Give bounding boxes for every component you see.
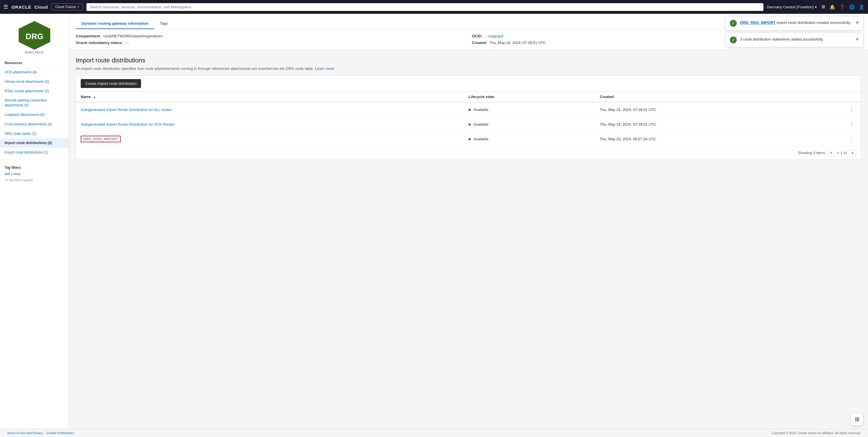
row-2-status-dot <box>468 123 471 126</box>
column-header-created: Created <box>595 92 842 102</box>
user-avatar[interactable]: 👤 <box>859 4 865 10</box>
content-area: Import route distributions An import rou… <box>69 50 868 167</box>
created-label: Created: <box>472 40 487 45</box>
globe-icon[interactable]: 🌐 <box>849 4 855 10</box>
row-3-status-cell: Available <box>464 132 595 146</box>
row-1-created-cell: Thu, May 16, 2024, 07:29:01 UTC <box>595 102 842 117</box>
name-sort-icon: ▲ <box>93 95 96 98</box>
top-navigation: ☰ ORACLE Cloud Cloud Classic > Germany C… <box>0 0 868 14</box>
row-1-name-cell: Autogenerated Import Route Distribution … <box>76 102 464 117</box>
main-layout: DRG AVAILABLE Resources VCN attachments … <box>0 14 868 437</box>
sidebar-divider <box>0 159 69 160</box>
import-distributions-table: Name ▲ Lifecycle state Created Autogener… <box>76 92 861 146</box>
sidebar-tag-actions: add | clear <box>0 171 69 177</box>
row-1-status-label: Available <box>473 108 489 112</box>
row-1-name-link[interactable]: Autogenerated Import Route Distribution … <box>81 108 172 112</box>
table-body: Autogenerated Import Route Distribution … <box>76 102 861 146</box>
terms-link[interactable]: Terms of Use and Privacy <box>7 431 43 435</box>
cloud-classic-button[interactable]: Cloud Classic > <box>52 3 83 10</box>
table-toolbar: Create import route distribution <box>76 76 861 92</box>
import-distributions-table-card: Create import route distribution Name ▲ … <box>76 75 861 159</box>
toast-message-2: 3 route distribution statements added su… <box>740 36 852 42</box>
sidebar-item-cross-tenancy-attachments[interactable]: Cross-tenancy attachments (0) <box>0 120 69 129</box>
region-selector[interactable]: Germany Central (Frankfurt) ▾ <box>767 5 817 9</box>
table-row: Autogenerated Import Route Distribution … <box>76 102 861 117</box>
toast-success-icon-2: ✓ <box>730 36 737 43</box>
footer-copyright: Copyright © 2024, Oracle and/or its affi… <box>772 431 861 435</box>
sidebar-item-drg-route-tables[interactable]: DRG route tables (2) <box>0 129 69 139</box>
table-header: Name ▲ Lifecycle state Created <box>76 92 861 102</box>
row-3-status-label: Available <box>473 137 489 141</box>
cookie-preferences-link[interactable]: Cookie Preferences <box>46 431 74 435</box>
drg-rdg-import-link[interactable]: DRG_RDG_IMPORT <box>740 21 776 25</box>
footer-links: Terms of Use and Privacy Cookie Preferen… <box>7 431 74 435</box>
row-3-status-dot <box>468 138 471 140</box>
toast-2: ✓ 3 route distribution statements added … <box>725 33 863 47</box>
column-header-actions <box>842 92 861 102</box>
pagination-prev-button[interactable]: < <box>828 149 835 156</box>
tag-add-link[interactable]: add <box>5 172 10 176</box>
row-2-actions-cell: ⋮ <box>842 117 861 132</box>
help-widget[interactable]: ⊞ <box>851 413 863 426</box>
row-2-status-cell: Available <box>464 117 595 132</box>
sidebar-item-export-route-distributions[interactable]: Export route distributions (1) <box>0 148 69 157</box>
sidebar-item-import-route-distributions[interactable]: Import route distributions (3) <box>0 138 69 148</box>
row-3-actions-cell: ⋮ <box>842 132 861 146</box>
toast-success-icon-1: ✓ <box>730 20 737 27</box>
row-3-menu-button[interactable]: ⋮ <box>846 135 856 143</box>
toast-close-button-2[interactable]: ✕ <box>855 36 859 42</box>
showing-items-label: Showing 3 items <box>798 151 825 155</box>
row-3-name-link[interactable]: DRG_RDG_IMPORT <box>81 136 121 142</box>
redundancy-row: Oracle redundancy status: — <box>76 40 465 45</box>
sidebar-item-remote-peering-attachments[interactable]: Remote peering connection attachments (0… <box>0 96 69 110</box>
table-row: DRG_RDG_IMPORT Available Thu, May 23, 20… <box>76 132 861 146</box>
row-2-status-label: Available <box>473 122 489 126</box>
tag-clear-link[interactable]: clear <box>13 172 21 176</box>
row-2-name-cell: Autogenerated Import Route Distribution … <box>76 117 464 132</box>
pagination-label: < 1 of <box>837 151 847 155</box>
sidebar: DRG AVAILABLE Resources VCN attachments … <box>0 14 69 437</box>
region-chevron-icon: ▾ <box>815 5 817 9</box>
row-1-menu-button[interactable]: ⋮ <box>846 105 856 114</box>
sidebar-item-loopback-attachments[interactable]: Loopback attachments (0) <box>0 110 69 120</box>
tab-drg-info[interactable]: Dynamic routing gateway information <box>76 19 154 29</box>
compartment-value: :root)/NETWORK/IwanHoogendoorn <box>102 34 163 38</box>
ocid-value[interactable]: ...vxqqcgvk <box>485 34 503 38</box>
learn-more-link[interactable]: Learn more <box>315 66 334 71</box>
column-header-lifecycle-state: Lifecycle state <box>464 92 595 102</box>
compartment-label: Compartment <box>76 34 100 38</box>
table-footer: Showing 3 items < < 1 of > <box>76 146 861 159</box>
toast-1: ✓ DRG_RDG_IMPORT import route distributi… <box>725 16 863 30</box>
sidebar-item-virtual-circuit-attachments[interactable]: Virtual circuit attachments (0) <box>0 77 69 87</box>
search-input[interactable] <box>87 3 764 11</box>
oracle-logo: ORACLE Cloud <box>11 5 48 9</box>
row-2-menu-button[interactable]: ⋮ <box>846 120 856 128</box>
toast-close-button-1[interactable]: ✕ <box>855 20 859 25</box>
row-1-status-cell: Available <box>464 102 595 117</box>
column-header-name[interactable]: Name ▲ <box>76 92 464 102</box>
tab-tags[interactable]: Tags <box>154 19 174 29</box>
oracle-logo-text: ORACLE <box>11 5 31 9</box>
row-2-name-link[interactable]: Autogenerated Import Route Distribution … <box>81 122 175 126</box>
redundancy-value: — <box>125 40 129 45</box>
page-title: Import route distributions <box>76 57 861 64</box>
compartment-row: Compartment :root)/NETWORK/IwanHoogendoo… <box>76 34 465 38</box>
page-footer: Terms of Use and Privacy Cookie Preferen… <box>0 429 868 437</box>
redundancy-label: Oracle redundancy status: <box>76 40 123 45</box>
hamburger-menu-icon[interactable]: ☰ <box>3 4 8 10</box>
create-import-route-distribution-button[interactable]: Create import route distribution <box>81 79 141 88</box>
table-row: Autogenerated Import Route Distribution … <box>76 117 861 132</box>
toast-message-1: DRG_RDG_IMPORT import route distribution… <box>740 20 852 26</box>
sidebar-no-tag-filters-label: no tag filters applied <box>0 177 69 183</box>
sidebar-item-ipsec-tunnel-attachments[interactable]: IPSec tunnel attachments (0) <box>0 87 69 96</box>
help-icon[interactable]: ❓ <box>839 4 845 10</box>
row-3-created-cell: Thu, May 23, 2024, 06:57:24 UTC <box>595 132 842 146</box>
row-1-actions-cell: ⋮ <box>842 102 861 117</box>
notifications-icon[interactable]: 🔔 <box>830 4 835 10</box>
region-label: Germany Central (Frankfurt) <box>767 5 814 9</box>
sidebar-item-vcn-attachments[interactable]: VCN attachments (4) <box>0 67 69 77</box>
monitor-icon[interactable]: 🖥 <box>821 4 826 9</box>
row-1-status-dot <box>468 109 471 111</box>
created-value: Thu, May 16, 2024, 07:28:51 UTC <box>490 40 546 45</box>
pagination-next-button[interactable]: > <box>849 149 856 156</box>
